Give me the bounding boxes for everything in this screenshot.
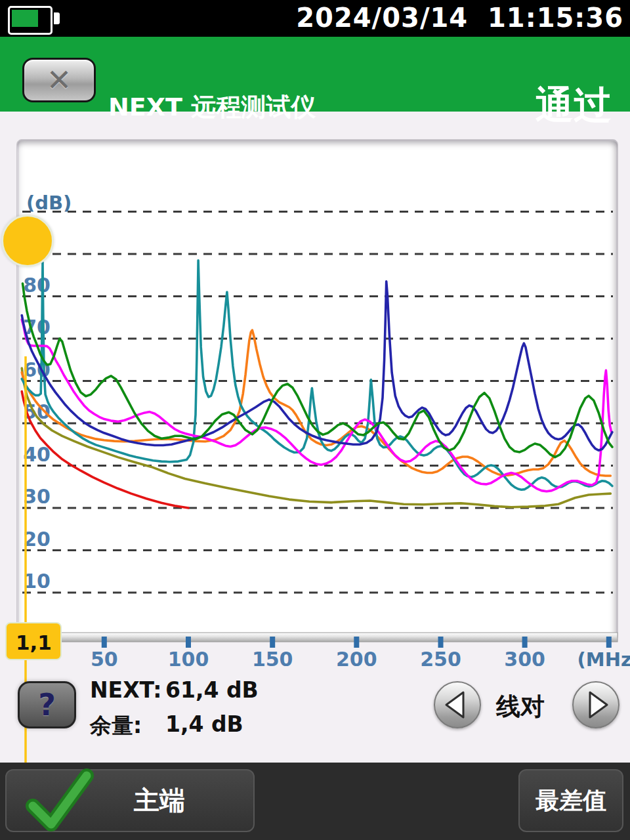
x-tick-label: 150 <box>252 648 293 671</box>
y-tick-label: 20 <box>23 528 51 551</box>
close-button[interactable]: ✕ <box>22 58 96 102</box>
x-tick <box>438 637 444 648</box>
x-tick <box>354 637 359 648</box>
main-end-button[interactable]: 主端 <box>5 769 255 832</box>
pair-nav-label: 线对 <box>496 690 545 723</box>
x-tick <box>606 637 612 648</box>
x-tick-label: 300 <box>504 648 545 671</box>
series-pair-green <box>23 284 612 457</box>
next-chart-panel: 50100150200250300(MHz)8070605040302010(d… <box>16 139 618 641</box>
checkmark-icon <box>21 769 93 832</box>
x-tick <box>270 637 275 648</box>
y-tick-label: 10 <box>23 570 51 593</box>
arrow-right-icon <box>574 682 618 727</box>
pair-previous-button[interactable] <box>434 681 481 728</box>
worst-value-button[interactable]: 最差值 <box>518 769 623 832</box>
next-value: 61,4 dB <box>165 677 259 703</box>
x-axis-unit-label: (MHz) <box>578 648 630 671</box>
x-tick-label: 250 <box>420 648 461 671</box>
worst-value-label: 最差值 <box>536 785 606 817</box>
x-tick <box>522 637 528 648</box>
main-end-label: 主端 <box>134 783 185 818</box>
x-tick-label: 50 <box>91 648 118 671</box>
margin-label: 余量: <box>90 711 142 741</box>
margin-value: 1,4 dB <box>165 711 243 737</box>
x-tick <box>186 637 191 648</box>
arrow-left-icon <box>435 682 480 727</box>
next-frequency-chart: 50100150200250300(MHz)8070605040302010(d… <box>17 140 618 671</box>
next-label: NEXT: <box>90 677 162 703</box>
status-bar: 2024/03/14 11:15:36 <box>0 0 630 37</box>
datetime-text: 2024/03/14 11:15:36 <box>296 3 623 33</box>
pair-next-button[interactable] <box>572 681 620 728</box>
footer-bar: 主端 最差值 <box>0 763 630 840</box>
cursor-frequency-label[interactable]: 1,1 <box>5 622 62 660</box>
y-axis-unit-label: (dB) <box>26 192 72 214</box>
x-tick-label: 200 <box>336 648 377 671</box>
y-tick-label: 80 <box>23 274 51 297</box>
question-mark-icon: ? <box>38 687 56 723</box>
x-tick-label: 100 <box>168 648 209 671</box>
page-title: NEXT 远程测试仪 <box>108 91 316 124</box>
header-bar: ✕ NEXT 远程测试仪 通过 <box>0 37 630 112</box>
x-tick <box>102 637 107 648</box>
battery-terminal <box>54 12 60 24</box>
cursor-handle[interactable] <box>1 215 54 267</box>
pass-status-badge: 通过 <box>536 80 612 131</box>
y-tick-label: 30 <box>23 485 51 508</box>
help-button[interactable]: ? <box>18 681 76 728</box>
close-icon: ✕ <box>24 60 94 100</box>
battery-icon <box>8 6 52 35</box>
battery-level-fill <box>12 10 38 27</box>
x-axis-bar <box>17 633 618 642</box>
